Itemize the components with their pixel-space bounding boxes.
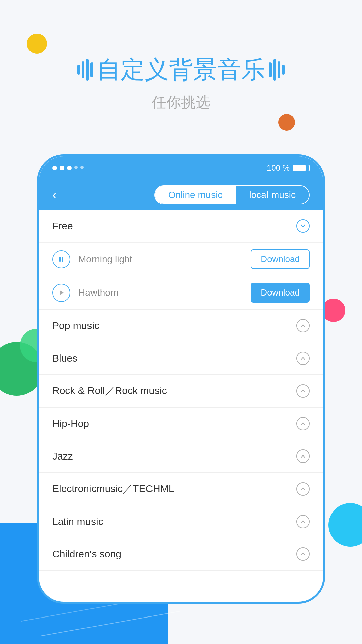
section-title-jazz: Jazz [52, 450, 73, 462]
section-header-children[interactable]: Children's song [39, 538, 323, 570]
svg-rect-0 [59, 257, 61, 262]
pause-button[interactable] [52, 250, 70, 268]
battery-icon [293, 165, 310, 171]
pink-dot [322, 299, 345, 322]
orange-dot [278, 114, 295, 131]
chevron-up-icon-blues[interactable] [296, 352, 310, 365]
section-latin: Latin music [39, 505, 323, 538]
music-list: Free Morning light [39, 210, 323, 571]
play-button-hawthorn[interactable] [52, 284, 70, 302]
signal-dot-1 [52, 166, 57, 170]
section-blues: Blues [39, 342, 323, 375]
phone-mockup: 100 % ‹ Online music local music Free [37, 154, 325, 604]
section-title-blues: Blues [52, 353, 77, 364]
signal-dot-4 [74, 166, 78, 169]
section-header-hiphop[interactable]: Hip-Hop [39, 408, 323, 440]
section-header-latin[interactable]: Latin music [39, 505, 323, 538]
song-name-hawthorn: Hawthorn [78, 287, 251, 298]
section-header-free[interactable]: Free [39, 210, 323, 242]
section-electronic: Electronicmusic／TECHML [39, 473, 323, 505]
section-title-latin: Latin music [52, 516, 103, 527]
section-header-jazz[interactable]: Jazz [39, 440, 323, 472]
section-rock: Rock & Roll／Rock music [39, 375, 323, 408]
tab-local-music[interactable]: local music [236, 186, 309, 204]
download-button-hawthorn[interactable]: Download [251, 283, 310, 303]
page-title: 自定义背景音乐 [0, 54, 362, 86]
chevron-up-icon-electronic[interactable] [296, 482, 310, 496]
header-subtitle: 任你挑选 [0, 93, 362, 112]
wave-right-icon [269, 58, 285, 82]
signal-dot-2 [60, 166, 64, 170]
chevron-up-icon-children[interactable] [296, 547, 310, 561]
tab-group: Online music local music [154, 185, 310, 204]
cyan-dot [328, 503, 362, 547]
wave-left-icon [77, 58, 93, 82]
battery-percent: 100 % [267, 163, 290, 173]
section-free: Free Morning light [39, 210, 323, 310]
section-header-blues[interactable]: Blues [39, 342, 323, 374]
decorative-line-1 [41, 611, 180, 636]
section-title-pop: Pop music [52, 320, 99, 331]
section-header-electronic[interactable]: Electronicmusic／TECHML [39, 473, 323, 505]
section-jazz: Jazz [39, 440, 323, 473]
chevron-up-icon-jazz[interactable] [296, 449, 310, 463]
section-title-rock: Rock & Roll／Rock music [52, 384, 167, 398]
section-title-hiphop: Hip-Hop [52, 418, 89, 429]
signal-dot-3 [67, 166, 72, 170]
phone-navbar: ‹ Online music local music [39, 180, 323, 210]
section-header-rock[interactable]: Rock & Roll／Rock music [39, 375, 323, 407]
status-right: 100 % [267, 163, 310, 173]
section-title-children: Children's song [52, 548, 121, 560]
phone-frame: 100 % ‹ Online music local music Free [37, 154, 325, 604]
yellow-dot [27, 34, 47, 54]
song-item-morning-light: Morning light Download [39, 242, 323, 276]
section-pop-music: Pop music [39, 310, 323, 342]
status-left [52, 166, 84, 170]
song-name-morning-light: Morning light [78, 254, 251, 265]
status-bar: 100 % [39, 156, 323, 180]
chevron-down-icon[interactable] [296, 219, 310, 233]
section-title-electronic: Electronicmusic／TECHML [52, 482, 174, 496]
section-title-free: Free [52, 220, 73, 232]
chevron-up-icon-hiphop[interactable] [296, 417, 310, 430]
chevron-up-icon[interactable] [296, 319, 310, 332]
tab-online-music[interactable]: Online music [155, 186, 236, 204]
song-item-hawthorn: Hawthorn Download [39, 276, 323, 309]
svg-rect-1 [62, 257, 63, 262]
back-button[interactable]: ‹ [52, 188, 56, 202]
section-children: Children's song [39, 538, 323, 571]
section-hiphop: Hip-Hop [39, 408, 323, 440]
chevron-up-icon-rock[interactable] [296, 384, 310, 398]
header-section: 自定义背景音乐 任你挑选 [0, 54, 362, 112]
download-button-morning-light[interactable]: Download [251, 249, 310, 269]
section-header-pop[interactable]: Pop music [39, 310, 323, 342]
signal-dot-5 [80, 166, 84, 169]
chevron-up-icon-latin[interactable] [296, 515, 310, 528]
